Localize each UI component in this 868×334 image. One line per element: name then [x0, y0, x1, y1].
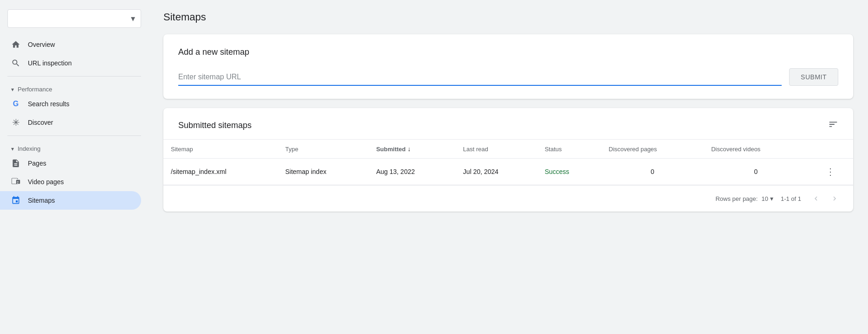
performance-section-header[interactable]: ▾ Performance: [0, 80, 149, 95]
cell-discovered-pages: 0: [601, 159, 704, 185]
cell-more[interactable]: ⋮: [808, 159, 853, 185]
col-submitted[interactable]: Submitted ↓: [369, 140, 455, 159]
sitemap-input-wrapper: [178, 69, 782, 86]
add-sitemap-card: Add a new sitemap SUBMIT: [163, 34, 853, 99]
add-sitemap-title: Add a new sitemap: [178, 47, 838, 57]
cell-submitted: Aug 13, 2022: [369, 159, 455, 185]
col-type: Type: [278, 140, 369, 159]
indexing-section-header[interactable]: ▾ Indexing: [0, 140, 149, 154]
sidebar-item-overview[interactable]: Overview: [0, 35, 141, 54]
pages-icon: [11, 159, 20, 168]
sidebar-item-label: Search results: [28, 100, 69, 108]
sitemap-input-row: SUBMIT: [178, 68, 838, 86]
submitted-card-header: Submitted sitemaps: [163, 108, 853, 139]
sitemaps-table-wrapper: Sitemap Type Submitted ↓ Last re: [163, 139, 853, 185]
sitemap-url-input[interactable]: [178, 69, 782, 85]
filter-icon[interactable]: [828, 119, 838, 132]
sidebar-item-label: Discover: [28, 119, 53, 126]
table-footer: Rows per page: 10 ▾ 1-1 of 1: [163, 185, 853, 212]
discover-icon: ✳: [11, 118, 20, 127]
rows-per-page: Rows per page: 10 ▾: [715, 195, 773, 202]
property-selector[interactable]: ▾: [7, 9, 141, 28]
sitemaps-table: Sitemap Type Submitted ↓ Last re: [163, 139, 853, 185]
cell-last-read: Jul 20, 2024: [456, 159, 538, 185]
search-icon: [11, 58, 20, 68]
google-g-icon: G: [11, 99, 20, 109]
submitted-sitemaps-card: Submitted sitemaps Sitemap Type: [163, 108, 853, 212]
col-actions: [808, 140, 853, 159]
divider: [7, 76, 141, 77]
more-vert-icon[interactable]: ⋮: [824, 165, 837, 179]
col-discovered-pages: Discovered pages: [601, 140, 704, 159]
cell-discovered-videos: 0: [704, 159, 808, 185]
sitemaps-table-body: /sitemap_index.xml Sitemap index Aug 13,…: [163, 159, 853, 185]
next-page-button[interactable]: [827, 191, 842, 206]
pagination-text: 1-1 of 1: [781, 195, 801, 202]
sort-down-icon: ↓: [408, 145, 411, 153]
chevron-down-icon: ▾: [770, 195, 773, 202]
submit-button[interactable]: SUBMIT: [789, 68, 838, 86]
sidebar-item-label: URL inspection: [28, 59, 71, 67]
sidebar-item-discover[interactable]: ✳ Discover: [0, 113, 141, 132]
sidebar-item-url-inspection[interactable]: URL inspection: [0, 54, 141, 72]
collapse-icon: ▾: [11, 86, 14, 93]
col-sitemap: Sitemap: [163, 140, 278, 159]
main-content: Sitemaps Add a new sitemap SUBMIT Submit…: [149, 0, 868, 334]
sitemaps-icon: [11, 196, 20, 205]
col-discovered-videos: Discovered videos: [704, 140, 808, 159]
sidebar: ▾ Overview URL inspection ▾ Performance …: [0, 0, 149, 334]
rows-per-page-value: 10: [761, 195, 768, 202]
sidebar-item-pages[interactable]: Pages: [0, 154, 141, 173]
section-label: Indexing: [18, 145, 40, 152]
col-last-read: Last read: [456, 140, 538, 159]
divider: [7, 135, 141, 136]
sidebar-item-label: Video pages: [28, 178, 64, 186]
rows-per-page-select[interactable]: 10 ▾: [761, 195, 773, 202]
sidebar-item-search-results[interactable]: G Search results: [0, 95, 141, 113]
submitted-sitemaps-title: Submitted sitemaps: [178, 121, 252, 130]
home-icon: [11, 40, 20, 49]
col-status: Status: [537, 140, 601, 159]
video-pages-icon: [11, 177, 20, 186]
pagination-nav: [809, 191, 842, 206]
page-title: Sitemaps: [163, 11, 853, 23]
sidebar-item-label: Pages: [28, 160, 46, 167]
sidebar-item-label: Overview: [28, 41, 55, 48]
sidebar-item-video-pages[interactable]: Video pages: [0, 173, 141, 191]
chevron-down-icon: ▾: [131, 13, 135, 24]
sidebar-item-label: Sitemaps: [28, 197, 55, 204]
section-label: Performance: [18, 86, 52, 93]
table-row: /sitemap_index.xml Sitemap index Aug 13,…: [163, 159, 853, 185]
table-header-row: Sitemap Type Submitted ↓ Last re: [163, 140, 853, 159]
prev-page-button[interactable]: [809, 191, 823, 206]
cell-status: Success: [537, 159, 601, 185]
sidebar-item-sitemaps[interactable]: Sitemaps: [0, 191, 141, 210]
collapse-icon: ▾: [11, 146, 14, 152]
rows-per-page-label: Rows per page:: [715, 195, 758, 202]
cell-sitemap: /sitemap_index.xml: [163, 159, 278, 185]
cell-type: Sitemap index: [278, 159, 369, 185]
